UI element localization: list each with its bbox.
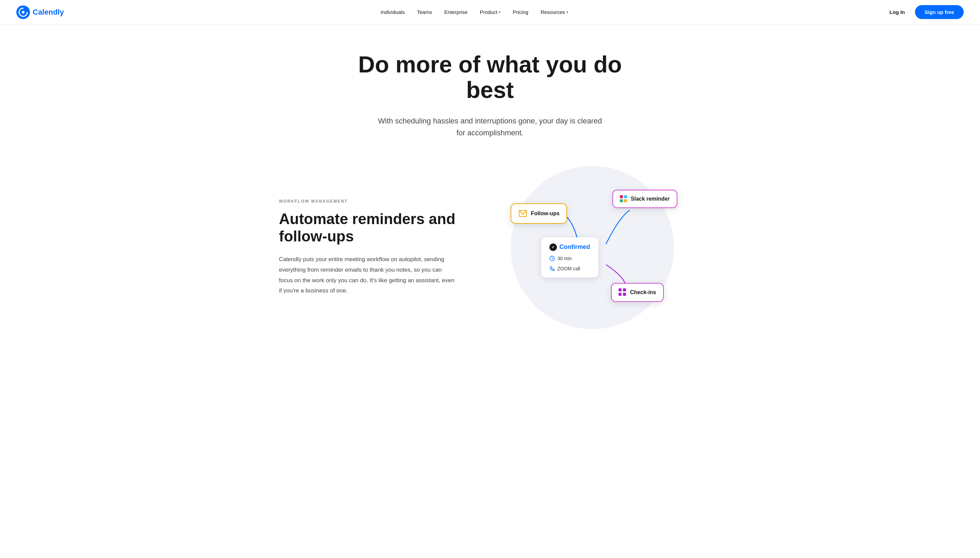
checkins-icon [619,288,627,297]
confirmed-title: ✓ Confirmed [549,243,590,251]
nav-item-enterprise[interactable]: Enterprise [440,7,472,18]
clock-icon [549,256,555,261]
nav-item-pricing[interactable]: Pricing [508,7,533,18]
call-detail: ZOOM call [549,266,580,271]
svg-point-1 [22,11,25,13]
hero-title: Do more of what you do best [337,52,643,103]
hero-subtitle: With scheduling hassles and interruption… [374,115,606,139]
confirmed-card: ✓ Confirmed 30 min ZOOM call [541,237,598,277]
login-button[interactable]: Log In [885,7,909,18]
nav-item-teams[interactable]: Teams [412,7,437,18]
nav-item-product[interactable]: Product ▾ [475,7,506,18]
slack-icon [620,195,628,203]
checkins-card: Check-ins [611,283,664,302]
signup-button[interactable]: Sign up free [915,5,964,19]
feature-visual: Follow-ups ✓ Confirmed 30 min [483,179,701,315]
feature-label: WORKFLOW MANAGEMENT [279,199,456,204]
nav-item-resources[interactable]: Resources ▾ [536,7,573,18]
envelope-icon [518,209,528,218]
check-icon: ✓ [549,243,557,251]
feature-title: Automate reminders and follow-ups [279,210,456,245]
time-detail: 30 min [549,256,572,261]
slack-label: Slack reminder [631,196,670,202]
nav-actions: Log In Sign up free [885,5,964,19]
calendly-logo-icon [16,5,30,19]
feature-content: WORKFLOW MANAGEMENT Automate reminders a… [279,199,456,296]
chevron-down-icon: ▾ [499,10,501,14]
navbar: Calendly Individuals Teams Enterprise Pr… [0,0,980,25]
nav-item-individuals[interactable]: Individuals [376,7,410,18]
logo-link[interactable]: Calendly [16,5,64,19]
hero-section: Do more of what you do best With schedul… [0,25,980,159]
chevron-down-icon: ▾ [567,10,568,14]
checkins-label: Check-ins [630,289,656,295]
logo-text: Calendly [33,8,64,16]
feature-section: WORKFLOW MANAGEMENT Automate reminders a… [252,159,728,336]
followups-label: Follow-ups [531,210,560,217]
nav-links: Individuals Teams Enterprise Product ▾ P… [376,7,573,18]
followups-card: Follow-ups [511,204,567,224]
workflow-diagram: Follow-ups ✓ Confirmed 30 min [504,183,681,312]
feature-description: Calendly puts your entire meeting workfl… [279,254,456,296]
phone-icon [549,266,555,271]
slack-card: Slack reminder [613,190,677,208]
